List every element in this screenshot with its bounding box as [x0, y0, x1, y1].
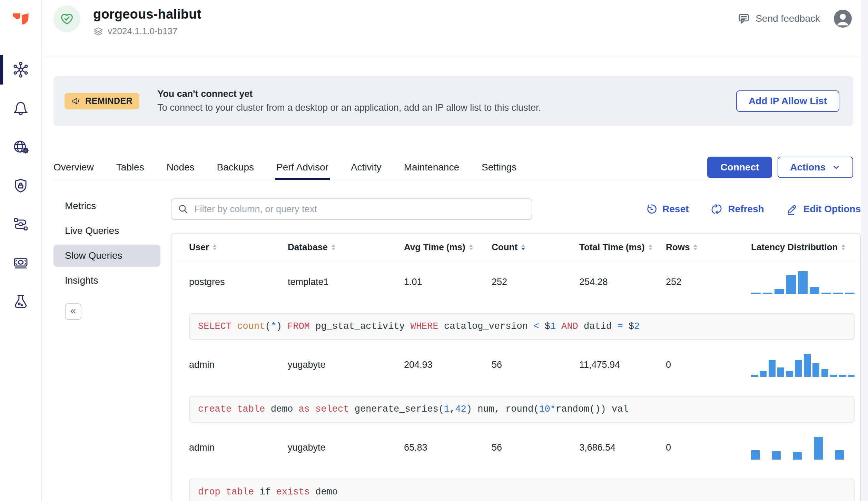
cell-count: 56	[492, 442, 579, 453]
tab-label: Tables	[116, 162, 144, 173]
send-feedback-button[interactable]: Send feedback	[738, 12, 820, 25]
column-header[interactable]: Rows	[666, 242, 751, 253]
sort-icon[interactable]	[841, 244, 846, 250]
scrollbar-track[interactable]	[861, 0, 868, 501]
add-ip-allow-list-button[interactable]: Add IP Allow List	[736, 90, 839, 112]
latency-histogram	[751, 435, 855, 460]
histogram-bar	[845, 293, 855, 294]
cell-count: 252	[492, 277, 579, 287]
connect-button[interactable]: Connect	[707, 157, 772, 178]
chevron-down-icon	[832, 163, 841, 172]
sidebar-item-alerts[interactable]	[0, 89, 41, 128]
yugabyte-logo-icon[interactable]	[10, 9, 31, 30]
query-row[interactable]: admin yugabyte 204.93 56 11,475.94 0	[171, 344, 860, 385]
column-header[interactable]: Total Time (ms)	[579, 242, 666, 253]
sort-icon[interactable]	[331, 244, 336, 250]
sidebar-item-labs[interactable]	[0, 282, 41, 321]
sort-icon[interactable]	[521, 244, 525, 250]
subnav-item-live-queries[interactable]: Live Queries	[53, 220, 160, 242]
filter-input[interactable]	[171, 198, 532, 220]
query-row[interactable]: admin yugabyte 65.83 56 3,686.54 0	[171, 427, 860, 468]
sidebar-item-billing[interactable]	[0, 244, 41, 282]
tab-activity[interactable]: Activity	[351, 155, 382, 180]
histogram-bar	[786, 371, 793, 377]
clusters-hub-icon	[11, 60, 30, 79]
active-indicator	[0, 55, 3, 85]
tab-label: Backups	[217, 162, 254, 173]
refresh-label: Refresh	[728, 204, 764, 215]
tab-overview[interactable]: Overview	[53, 155, 94, 180]
cell-database: yugabyte	[288, 360, 404, 370]
cell-user: postgres	[189, 277, 288, 287]
column-label: Rows	[666, 242, 690, 253]
sort-icon[interactable]	[693, 244, 698, 250]
sort-icon[interactable]	[648, 244, 653, 250]
cell-rows: 0	[666, 442, 751, 453]
query-text[interactable]: drop table if exists demo	[189, 479, 855, 501]
cluster-header: gorgeous-halibut v2024.1.1.0-b137 Send f…	[42, 0, 861, 56]
sidebar-nav	[0, 50, 41, 321]
user-avatar[interactable]	[834, 10, 852, 28]
histogram-bar	[821, 293, 831, 294]
slow-queries-table: User Database Avg Time (ms) Count Total …	[171, 233, 861, 501]
network-globe-icon	[11, 138, 30, 156]
histogram-bar	[821, 369, 828, 377]
reset-button[interactable]: Reset	[645, 203, 689, 215]
send-feedback-label: Send feedback	[756, 13, 820, 24]
integrations-flow-icon	[11, 215, 30, 234]
table-header-row: User Database Avg Time (ms) Count Total …	[171, 234, 860, 261]
cell-total-time: 11,475.94	[579, 360, 666, 370]
tab-label: Activity	[351, 162, 382, 173]
cell-user: admin	[189, 442, 288, 453]
edit-options-button[interactable]: Edit Options	[786, 203, 861, 215]
search-icon	[178, 204, 189, 215]
cell-avg-time: 1.01	[404, 277, 492, 287]
histogram-bar	[793, 452, 802, 460]
query-row[interactable]: postgres template1 1.01 252 254.28 252	[171, 261, 860, 303]
tab-label: Overview	[53, 162, 94, 173]
query-code-row: SELECT count(*) FROM pg_stat_activity WH…	[171, 303, 860, 344]
reminder-badge: REMINDER	[65, 93, 139, 109]
sort-icon[interactable]	[213, 244, 217, 250]
tab-backups[interactable]: Backups	[217, 155, 254, 180]
banner-description: To connect to your cluster from a deskto…	[157, 102, 541, 113]
column-header[interactable]: Latency Distribution	[751, 242, 855, 253]
tab-settings[interactable]: Settings	[482, 155, 516, 180]
column-header[interactable]: User	[189, 242, 288, 253]
tab-maintenance[interactable]: Maintenance	[404, 155, 459, 180]
edit-pencil-icon	[786, 203, 798, 215]
tab-perf-advisor[interactable]: Perf Advisor	[276, 155, 328, 180]
query-text[interactable]: create table demo as select generate_ser…	[189, 396, 855, 423]
subnav-item-insights[interactable]: Insights	[53, 269, 160, 292]
cell-avg-time: 65.83	[404, 442, 492, 453]
tab-label: Perf Advisor	[276, 162, 328, 173]
histogram-bar	[795, 360, 802, 377]
tab-label: Nodes	[167, 162, 195, 173]
query-code-row: drop table if exists demo	[171, 468, 860, 501]
tab-nodes[interactable]: Nodes	[167, 155, 195, 180]
tab-tables[interactable]: Tables	[116, 155, 144, 180]
reset-clock-icon	[645, 203, 657, 215]
histogram-bar	[833, 293, 843, 294]
column-header[interactable]: Count	[492, 242, 579, 253]
sidebar-item-clusters[interactable]	[0, 50, 41, 89]
tab-label: Settings	[482, 162, 516, 173]
histogram-bar	[769, 360, 776, 377]
query-text[interactable]: SELECT count(*) FROM pg_stat_activity WH…	[189, 313, 855, 340]
histogram-bar	[775, 289, 784, 294]
sidebar-item-network[interactable]	[0, 128, 41, 166]
sidebar-item-security[interactable]	[0, 166, 41, 205]
reset-label: Reset	[662, 204, 689, 215]
column-header[interactable]: Database	[288, 242, 404, 253]
refresh-button[interactable]: Refresh	[711, 203, 764, 215]
sort-icon[interactable]	[469, 244, 473, 250]
subnav-item-metrics[interactable]: Metrics	[53, 195, 160, 217]
collapse-sidenav-button[interactable]: «	[65, 303, 81, 320]
column-header[interactable]: Avg Time (ms)	[404, 242, 492, 253]
histogram-bar	[839, 375, 846, 377]
cluster-version: v2024.1.1.0-b137	[108, 26, 177, 37]
actions-button[interactable]: Actions	[778, 157, 853, 178]
sidebar-item-integrations[interactable]	[0, 205, 41, 244]
subnav-item-slow-queries[interactable]: Slow Queries	[53, 245, 160, 267]
version-layers-icon	[93, 26, 103, 37]
